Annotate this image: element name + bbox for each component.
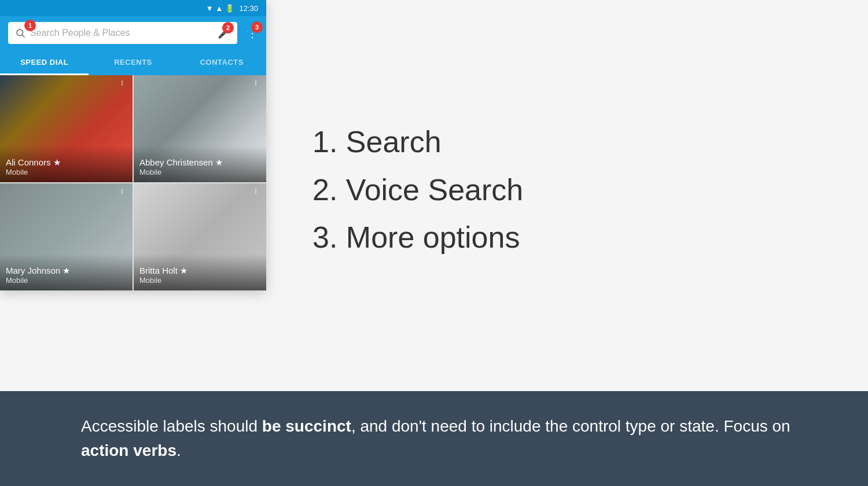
contact-type-abbey: Mobile	[139, 168, 260, 176]
contact-type-mary: Mobile	[6, 276, 127, 285]
feature-item-2: 2. Voice Search	[312, 172, 822, 208]
feature-list: 1. Search 2. Voice Search 3. More option…	[266, 0, 868, 391]
status-time: 12:30	[239, 4, 258, 13]
contact-more-icon-mary[interactable]: ···	[117, 188, 128, 193]
feature-item-1: 1. Search	[312, 124, 822, 160]
contact-card-ali[interactable]: ··· Ali Connors ★ Mobile	[0, 75, 133, 182]
wifi-icon: ▼	[206, 4, 214, 13]
phone-screen: ▼ ▲ 🔋 12:30 1 Search People & P	[0, 0, 266, 290]
contact-card-mary[interactable]: ··· Mary Johnson ★ Mobile	[0, 183, 133, 290]
phone-area: ▼ ▲ 🔋 12:30 1 Search People & P	[0, 0, 266, 391]
signal-icon: ▲	[216, 4, 223, 13]
bottom-text-bold2: action verbs	[81, 441, 176, 459]
bottom-text-plain: Accessible labels should	[81, 417, 262, 435]
status-bar: ▼ ▲ 🔋 12:30	[0, 0, 266, 16]
contact-overlay-mary: Mary Johnson ★ Mobile	[0, 254, 133, 290]
status-icons: ▼ ▲ 🔋 12:30	[206, 4, 258, 13]
contact-more-icon-abbey[interactable]: ···	[251, 80, 262, 85]
contact-card-britta[interactable]: ··· Britta Holt ★ Mobile	[134, 183, 266, 290]
contact-more-icon-britta[interactable]: ···	[251, 188, 262, 193]
battery-icon: 🔋	[225, 4, 234, 13]
search-badge-1: 1	[24, 20, 36, 31]
tab-recents[interactable]: RECENTS	[89, 50, 177, 73]
search-input-container[interactable]: 1 Search People & Places 🎤 2	[8, 22, 237, 44]
bottom-section: Accessible labels should be succinct, an…	[0, 391, 868, 486]
bottom-text-mid: , and don't need to include the control …	[351, 417, 790, 435]
contact-card-abbey[interactable]: ··· Abbey Christensen ★ Mobile	[134, 75, 266, 182]
svg-line-1	[22, 35, 24, 38]
tabs: SPEED DIAL RECENTS CONTACTS	[0, 50, 266, 75]
contact-grid: ··· Ali Connors ★ Mobile ··· Abbey Chris…	[0, 75, 266, 290]
more-badge: 3	[251, 21, 263, 33]
search-placeholder: Search People & Places	[30, 28, 213, 38]
contact-overlay-britta: Britta Holt ★ Mobile	[134, 254, 266, 290]
tab-speed-dial[interactable]: SPEED DIAL	[0, 50, 89, 73]
contact-name-ali: Ali Connors ★	[6, 157, 127, 168]
top-section: ▼ ▲ 🔋 12:30 1 Search People & P	[0, 0, 868, 391]
bottom-text-end: .	[176, 441, 181, 459]
contact-type-britta: Mobile	[139, 276, 260, 285]
contact-name-abbey: Abbey Christensen ★	[139, 157, 260, 168]
contact-name-britta: Britta Holt ★	[139, 266, 260, 276]
bottom-description: Accessible labels should be succinct, an…	[81, 414, 822, 463]
search-bar: 1 Search People & Places 🎤 2 ⋮ 3	[0, 16, 266, 50]
search-icon	[15, 28, 25, 39]
tab-contacts[interactable]: CONTACTS	[178, 50, 266, 73]
contact-overlay-ali: Ali Connors ★ Mobile	[0, 146, 133, 182]
svg-point-0	[17, 30, 23, 36]
contact-more-icon-ali[interactable]: ···	[117, 80, 128, 85]
contact-type-ali: Mobile	[6, 168, 127, 176]
contact-name-mary: Mary Johnson ★	[6, 266, 127, 276]
feature-item-3: 3. More options	[312, 219, 822, 255]
bottom-text-bold1: be succinct	[262, 417, 351, 435]
mic-container: 🎤 2	[213, 27, 230, 39]
contact-overlay-abbey: Abbey Christensen ★ Mobile	[134, 146, 266, 182]
more-container: ⋮ 3	[244, 26, 258, 40]
mic-badge: 2	[222, 22, 234, 34]
